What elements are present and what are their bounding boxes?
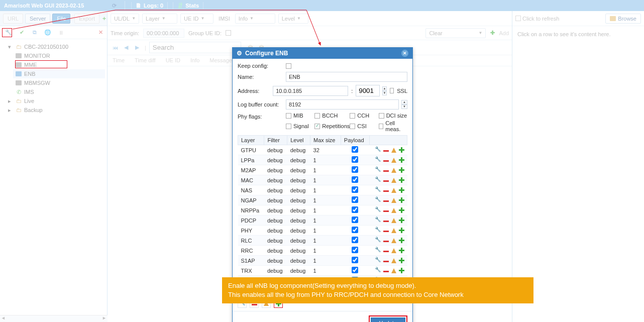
payload-checkbox[interactable] [352,206,358,213]
payload-checkbox[interactable] [352,217,358,223]
tree-item-mme[interactable]: MME [13,60,105,69]
export-button[interactable]: Export [74,14,99,24]
row-warn-icon[interactable] [391,208,396,213]
row-wrench-icon[interactable] [375,167,381,173]
buffer-spinner[interactable]: ▲▼ [401,100,407,109]
table-row[interactable]: PDCPdebugdebug1 [238,216,407,226]
back-icon[interactable]: ◀ [122,43,131,52]
row-add-icon[interactable] [399,258,404,263]
row-warn-icon[interactable] [391,238,396,243]
row-warn-icon[interactable] [391,228,396,233]
tree-item-monitor[interactable]: MONITOR [13,51,105,60]
server-button[interactable]: Server [25,14,50,24]
row-wrench-icon[interactable] [375,268,381,273]
row-remove-icon[interactable] [383,261,389,262]
row-remove-icon[interactable] [383,200,389,202]
row-wrench-icon[interactable] [375,258,381,263]
row-add-icon[interactable] [399,238,404,243]
row-add-icon[interactable] [399,197,404,203]
row-add-icon[interactable] [399,147,404,153]
row-warn-icon[interactable] [391,198,396,203]
table-row[interactable]: S1APdebugdebug1 [238,256,407,266]
check-icon[interactable]: ✔ [17,28,26,37]
uldl-dropdown[interactable]: UL/DL▼ [111,14,139,24]
address-input[interactable] [273,86,348,96]
port-spinner[interactable]: ▲▼ [382,86,387,95]
row-wrench-icon[interactable] [375,207,381,213]
tab-logs[interactable]: 🗎 Logs: 0 [131,2,168,9]
row-wrench-icon[interactable] [375,157,381,163]
url-button[interactable]: URL [3,14,23,24]
phy-flag-repetitions[interactable]: Repetitions [314,120,350,132]
row-add-icon[interactable] [399,177,404,183]
row-wrench-icon[interactable] [375,248,381,253]
row-add-icon[interactable] [399,167,404,173]
phy-flag-mib[interactable]: MIB [286,113,314,119]
row-warn-icon[interactable] [391,218,396,223]
row-remove-icon[interactable] [383,251,389,252]
phy-flag-cell-meas-[interactable]: Cell meas. [379,120,407,132]
copy-icon[interactable]: ⧉ [30,28,39,37]
search-input[interactable] [149,42,241,53]
dialog-close-icon[interactable]: ✕ [401,50,408,57]
row-wrench-icon[interactable] [375,197,381,203]
row-warn-icon[interactable] [391,258,396,263]
phy-flag-dci-size[interactable]: DCI size [379,113,407,119]
table-row[interactable]: NASdebugdebug1 [238,185,407,195]
tree-item-ims[interactable]: ✆ IMS [13,87,105,96]
row-warn-icon[interactable] [391,268,396,273]
table-row[interactable]: M2APdebugdebug1 [238,165,407,175]
tree-item-enb[interactable]: ENB [13,69,105,78]
row-remove-icon[interactable] [383,180,389,182]
payload-checkbox[interactable] [352,237,358,243]
row-wrench-icon[interactable] [375,187,381,193]
forward-icon[interactable]: ▶ [133,43,142,52]
group-ueid-checkbox[interactable] [226,30,231,36]
phy-flag-bcch[interactable]: BCCH [314,113,350,119]
keep-config-checkbox[interactable] [286,63,291,69]
row-remove-icon[interactable] [383,160,389,162]
table-row[interactable]: RLCdebugdebug1 [238,236,407,246]
payload-checkbox[interactable] [352,196,358,203]
row-remove-icon[interactable] [383,150,389,152]
info-dropdown[interactable]: Info▼ [235,14,275,24]
row-wrench-icon[interactable] [375,238,381,243]
clear-dropdown[interactable]: Clear▼ [425,28,486,38]
level-dropdown[interactable]: Level▼ [278,14,308,24]
table-row[interactable]: MACdebugdebug1 [238,175,407,185]
row-remove-icon[interactable] [383,190,389,192]
table-row[interactable]: GTPUdebugdebug32 [238,145,407,155]
buffer-input[interactable] [286,99,399,110]
row-warn-icon[interactable] [391,248,396,253]
row-add-icon[interactable] [399,207,404,213]
layer-dropdown[interactable]: Layer▼ [142,14,177,24]
row-warn-icon[interactable] [391,168,396,173]
table-row[interactable]: RRCdebugdebug1 [238,246,407,256]
row-warn-icon[interactable] [391,178,396,183]
add-filter-icon[interactable]: ✚ [489,30,496,37]
payload-checkbox[interactable] [352,227,358,233]
phy-flag-signal[interactable]: Signal [286,120,314,132]
ueid-dropdown[interactable]: UE ID▼ [180,14,213,24]
table-row[interactable]: LPPadebugdebug1 [238,155,407,165]
tab-stats[interactable]: ⭿ Stats [173,2,203,9]
row-wrench-icon[interactable] [375,228,381,233]
row-add-icon[interactable] [399,248,404,253]
rewind-icon[interactable]: ⏮ [111,43,120,52]
row-add-icon[interactable] [399,187,404,193]
table-row[interactable]: TRXdebugdebug1 [238,266,407,276]
payload-checkbox[interactable] [352,156,358,163]
pause-icon[interactable]: ⏸ [56,28,65,37]
row-warn-icon[interactable] [391,188,396,193]
payload-checkbox[interactable] [352,146,358,153]
name-input[interactable] [286,72,407,82]
tree-root[interactable]: ▾ 🗀 CBC-2021050100 [4,42,105,51]
phy-flag-csi[interactable]: CSI [350,120,378,132]
payload-checkbox[interactable] [352,247,358,253]
table-row[interactable]: NGAPdebugdebug1 [238,195,407,205]
dialog-header[interactable]: ⚙ Configure ENB ✕ [233,48,412,59]
payload-checkbox[interactable] [352,267,358,273]
row-add-icon[interactable] [399,157,404,163]
row-warn-icon[interactable] [391,158,396,163]
phy-flag-cch[interactable]: CCH [350,113,378,119]
